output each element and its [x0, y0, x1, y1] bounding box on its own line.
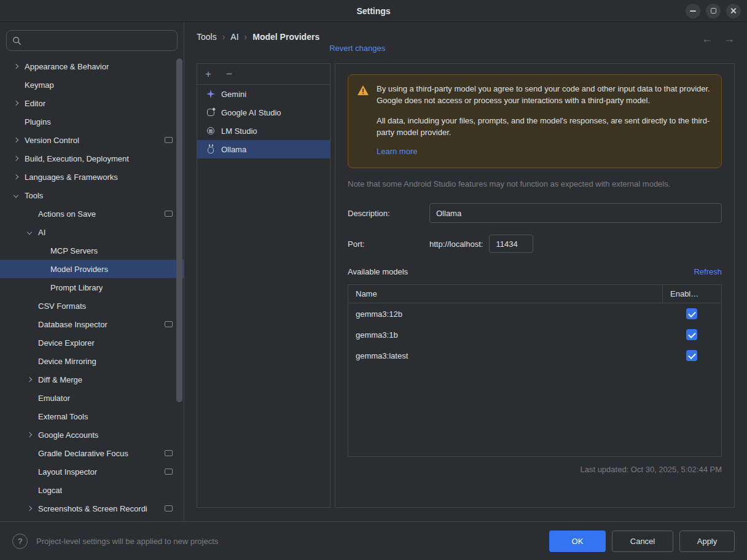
sidebar-item-label: Layout Inspector [38, 467, 97, 476]
sidebar-item-label: Screenshots & Screen Recordi [38, 504, 147, 513]
history-nav: ← → [702, 33, 735, 44]
sidebar-item[interactable]: Languages & Frameworks [0, 168, 184, 186]
sidebar-item-label: MCP Servers [50, 246, 98, 255]
cancel-button[interactable]: Cancel [612, 531, 673, 552]
sidebar-item[interactable]: Database Inspector [0, 315, 184, 333]
help-button[interactable]: ? [12, 534, 28, 549]
close-button[interactable] [726, 4, 741, 18]
breadcrumb-item[interactable]: AI [230, 32, 238, 42]
model-enabled-cell [662, 308, 721, 319]
dialog-footer: ? Project-level settings will be applied… [0, 521, 747, 560]
model-name: gemma3:12b [348, 309, 662, 319]
sidebar-item-label: Logcat [38, 486, 62, 495]
provider-icon [206, 126, 216, 136]
sidebar-item[interactable]: Layout Inspector [0, 462, 184, 481]
last-updated-text: Last updated: Oct 30, 2025, 5:02:44 PM [348, 465, 722, 474]
sidebar-item[interactable]: Appearance & Behavior [0, 57, 184, 76]
warning-icon [357, 84, 369, 158]
chevron-icon[interactable] [12, 136, 20, 144]
sidebar-item[interactable]: Build, Execution, Deployment [0, 149, 184, 168]
models-table-header: Name Enabl… [348, 285, 721, 303]
sidebar-item-label: Diff & Merge [38, 375, 82, 384]
provider-item[interactable]: Gemini [197, 85, 330, 103]
sidebar-item[interactable]: Prompt Library [0, 278, 184, 297]
port-input[interactable] [489, 235, 533, 253]
column-header-name: Name [348, 285, 662, 303]
model-enabled-cell [662, 350, 721, 361]
model-enabled-checkbox[interactable] [686, 350, 697, 361]
sidebar-item[interactable]: External Tools [0, 407, 184, 426]
sidebar-scrollbar[interactable] [176, 58, 182, 402]
chevron-icon[interactable] [12, 173, 20, 181]
sidebar-item[interactable]: Google Accounts [0, 426, 184, 444]
sidebar-item-label: Actions on Save [38, 209, 96, 219]
sidebar-item[interactable]: Plugins [0, 112, 184, 131]
forward-arrow-icon[interactable]: → [724, 33, 735, 44]
remove-provider-button[interactable]: − [223, 69, 235, 79]
sidebar-item[interactable]: Device Mirroring [0, 352, 184, 370]
sidebar-item[interactable]: Actions on Save [0, 204, 184, 223]
model-enabled-checkbox[interactable] [686, 308, 697, 319]
sidebar-item-label: Google Accounts [38, 430, 98, 440]
apply-button[interactable]: Apply [679, 531, 735, 552]
model-row[interactable]: gemma3:latest [348, 345, 721, 366]
chevron-icon[interactable] [26, 505, 33, 512]
chevron-icon[interactable] [12, 192, 20, 199]
back-arrow-icon[interactable]: ← [702, 33, 713, 44]
sidebar-item-label: Database Inspector [38, 320, 108, 329]
sidebar-item[interactable]: Keymap [0, 76, 184, 94]
sidebar-item[interactable]: Tools [0, 186, 184, 204]
sidebar-item[interactable]: Screenshots & Screen Recordi [0, 499, 184, 518]
sidebar-item[interactable]: Gradle Declarative Focus [0, 444, 184, 462]
warning-paragraph-2: All data, including your files, prompts,… [377, 115, 711, 139]
sidebar-item[interactable]: Version Control [0, 131, 184, 149]
sidebar-item[interactable]: Editor [0, 94, 184, 112]
maximize-button[interactable] [706, 4, 721, 18]
provider-detail-panel: By using a third-party model you agree t… [335, 63, 735, 508]
providers-panel: + − Gemini Google AI Studio [197, 63, 330, 508]
description-label: Description: [348, 209, 429, 218]
provider-icon [206, 89, 216, 99]
description-input[interactable] [429, 203, 722, 223]
model-name: gemma3:1b [348, 330, 662, 340]
sidebar-item-label: Keymap [25, 80, 54, 90]
chevron-icon[interactable] [12, 99, 20, 107]
model-row[interactable]: gemma3:1b [348, 324, 721, 345]
learn-more-link[interactable]: Learn more [377, 146, 417, 158]
refresh-link[interactable]: Refresh [694, 267, 722, 276]
ok-button[interactable]: OK [549, 531, 606, 552]
chevron-icon[interactable] [26, 431, 33, 438]
settings-search-input[interactable] [26, 36, 171, 45]
sidebar-item[interactable]: CSV Formats [0, 297, 184, 315]
chevron-icon[interactable] [12, 155, 20, 162]
breadcrumb-item[interactable]: Tools [197, 32, 217, 42]
chevron-icon[interactable] [12, 63, 20, 70]
sidebar-item[interactable]: Logcat [0, 481, 184, 499]
sidebar-item[interactable]: Device Explorer [0, 333, 184, 352]
model-row[interactable]: gemma3:12b [348, 303, 721, 324]
revert-changes-link[interactable]: Revert changes [329, 44, 385, 53]
provider-item[interactable]: LM Studio [197, 122, 330, 140]
settings-sidebar: Appearance & Behavior Keymap Editor Plug… [0, 22, 184, 521]
shared-settings-icon [165, 137, 173, 143]
sidebar-item-label: Model Providers [50, 265, 108, 274]
minimize-icon [690, 10, 696, 12]
sidebar-item-label: Plugins [25, 117, 51, 126]
provider-item[interactable]: Ollama [197, 140, 330, 158]
add-provider-button[interactable]: + [202, 69, 214, 79]
sidebar-item[interactable]: Diff & Merge [0, 370, 184, 389]
model-enabled-checkbox[interactable] [686, 329, 697, 340]
search-icon [12, 36, 22, 45]
provider-icon [206, 144, 216, 154]
sidebar-item[interactable]: Emulator [0, 389, 184, 407]
chevron-icon[interactable] [26, 228, 33, 236]
chevron-icon[interactable] [26, 376, 33, 383]
sidebar-item[interactable]: MCP Servers [0, 241, 184, 260]
sidebar-item[interactable]: AI [0, 223, 184, 241]
minimize-button[interactable] [686, 4, 700, 18]
provider-label: Google AI Studio [221, 108, 281, 117]
port-prefix: http://localhost: [429, 239, 483, 249]
provider-item[interactable]: Google AI Studio [197, 103, 330, 122]
sidebar-item[interactable]: Model Providers [0, 260, 184, 278]
settings-search-box[interactable] [6, 30, 178, 51]
